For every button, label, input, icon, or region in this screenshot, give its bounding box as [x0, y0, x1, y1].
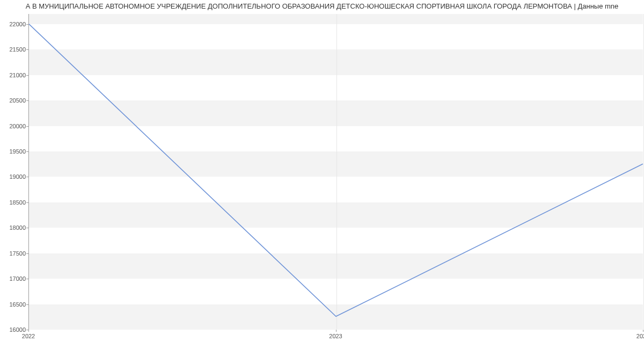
y-tick-label: 16500	[9, 301, 26, 308]
x-tick-label: 2023	[329, 333, 342, 339]
x-tick-label: 2022	[22, 333, 35, 339]
x-tick-mark	[643, 330, 643, 332]
y-tick-label: 21000	[9, 72, 26, 78]
y-tick-label: 17500	[9, 250, 26, 257]
x-tick-label: 2024	[636, 333, 644, 339]
y-tick-label: 16000	[9, 326, 26, 333]
chart-container: А В МУНИЦИПАЛЬНОЕ АВТОНОМНОЕ УЧРЕЖДЕНИЕ …	[0, 0, 644, 349]
y-tick-label: 17000	[9, 275, 26, 282]
y-tick-label: 19000	[9, 173, 26, 180]
y-tick-label: 18500	[9, 199, 26, 206]
y-tick-label: 22000	[9, 21, 26, 27]
chart-title: А В МУНИЦИПАЛЬНОЕ АВТОНОМНОЕ УЧРЕЖДЕНИЕ …	[0, 2, 644, 10]
x-tick-mark	[336, 330, 336, 332]
y-tick-label: 20000	[9, 123, 26, 129]
plot-area	[28, 14, 643, 330]
x-tick-mark	[28, 330, 29, 332]
y-tick-label: 18000	[9, 224, 26, 231]
y-tick-label: 19500	[9, 148, 26, 155]
y-tick-label: 20500	[9, 97, 26, 104]
line-series	[29, 14, 643, 329]
y-tick-label: 21500	[9, 46, 26, 53]
